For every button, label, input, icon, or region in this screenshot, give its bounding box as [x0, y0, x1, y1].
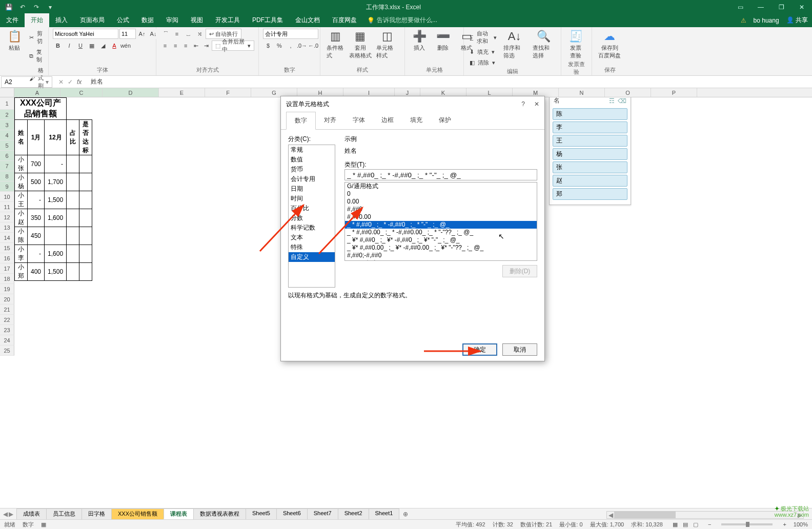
row-24[interactable]: 24	[0, 335, 14, 345]
ribbon-options-icon[interactable]: ▭	[730, 0, 750, 14]
table-cell[interactable]: 1,700	[45, 173, 67, 191]
menu-tab-金山文档[interactable]: 金山文档	[289, 13, 326, 27]
formula-bar[interactable]: 姓名	[87, 77, 812, 86]
sheet-tab[interactable]: Sheet1	[369, 508, 400, 519]
sheet-tab[interactable]: Sheet2	[338, 508, 369, 519]
col-C[interactable]: C	[60, 88, 103, 97]
dialog-tab-填充[interactable]: 填充	[402, 112, 431, 129]
slicer-multi-icon[interactable]: ☶	[609, 97, 615, 105]
sheet-tab[interactable]: XXX公司销售额	[111, 508, 164, 519]
format-list[interactable]: G/通用格式00.00#,##0#,##0.00_ * #,##0_ ;_ * …	[344, 182, 537, 261]
row-6[interactable]: 6	[0, 151, 14, 161]
table-cell[interactable]: 小陈	[15, 227, 28, 245]
table-cell[interactable]: 小王	[15, 191, 28, 209]
close-icon[interactable]: ✕	[791, 0, 812, 14]
table-cell[interactable]: -	[28, 191, 45, 209]
table-cell[interactable]: 1,600	[45, 209, 67, 227]
increase-font-icon[interactable]: A↑	[137, 29, 147, 39]
table-cell[interactable]: 500	[28, 173, 45, 191]
minimize-icon[interactable]: —	[750, 0, 771, 14]
row-18[interactable]: 18	[0, 274, 14, 284]
table-format[interactable]: ▦套用 表格格式	[349, 29, 371, 60]
format-item[interactable]: _ * #,##0_ ;_ * -#,##0_ ;_ * "-"_ ;_ @_	[345, 221, 537, 229]
sheet-tab[interactable]: Sheet5	[246, 508, 277, 519]
inc-decimal-icon[interactable]: .0→	[297, 40, 307, 51]
cut-button[interactable]: ✂ 剪切	[28, 29, 47, 46]
zoom-in-icon[interactable]: +	[783, 521, 786, 527]
view-buttons[interactable]: ▦▤▢	[670, 521, 701, 528]
menu-tab-公式[interactable]: 公式	[111, 13, 135, 27]
row-10[interactable]: 10	[0, 192, 14, 202]
table-cell[interactable]	[67, 263, 79, 281]
sheet-tab[interactable]: 田字格	[82, 508, 112, 519]
tell-me[interactable]: 💡 告诉我您想要做什么...	[363, 13, 441, 27]
slicer-item[interactable]: 李	[553, 121, 627, 133]
underline-icon[interactable]: U	[75, 40, 86, 51]
find-select[interactable]: 🔍查找和选择	[531, 29, 557, 60]
row-14[interactable]: 14	[0, 233, 14, 243]
category-item[interactable]: 会计专用	[289, 174, 335, 184]
clear[interactable]: ◧ 清除 ▾	[468, 58, 498, 68]
col-P[interactable]: P	[651, 88, 697, 97]
category-item[interactable]: 分数	[289, 213, 335, 223]
table-cell[interactable]: 1,500	[45, 191, 67, 209]
row-19[interactable]: 19	[0, 284, 14, 294]
type-input[interactable]	[344, 169, 537, 180]
col-F[interactable]: F	[205, 88, 251, 97]
row-12[interactable]: 12	[0, 212, 14, 222]
row-16[interactable]: 16	[0, 253, 14, 263]
slicer-item[interactable]: 张	[553, 161, 627, 173]
row-8[interactable]: 8	[0, 171, 14, 181]
zoom-out-icon[interactable]: −	[708, 521, 711, 527]
format-item[interactable]: 0	[345, 190, 537, 198]
table-cell[interactable]: 小赵	[15, 209, 28, 227]
category-item[interactable]: 货币	[289, 165, 335, 174]
table-cell[interactable]: 1,600	[45, 245, 67, 263]
fapiao-check[interactable]: 🧾发票 查验	[565, 29, 586, 60]
table-cell[interactable]: 350	[28, 209, 45, 227]
table-cell[interactable]	[67, 155, 79, 173]
number-format[interactable]	[263, 29, 318, 39]
table-cell[interactable]: 小张	[15, 155, 28, 173]
comma-icon[interactable]: ,	[286, 40, 296, 51]
category-item[interactable]: 时间	[289, 194, 335, 204]
slicer-item[interactable]: 赵	[553, 175, 627, 187]
font-color-icon[interactable]: A	[109, 40, 119, 51]
format-item[interactable]: #,##0	[345, 206, 537, 213]
slicer-item[interactable]: 陈	[553, 108, 627, 120]
table-cell[interactable]	[45, 227, 67, 245]
dec-decimal-icon[interactable]: ←.0	[308, 40, 318, 51]
fill[interactable]: ⬇ 填充 ▾	[468, 47, 498, 57]
new-sheet-icon[interactable]: ⊕	[399, 510, 412, 519]
table-cell[interactable]: -	[28, 245, 45, 263]
sheet-tab[interactable]: 员工信息	[46, 508, 82, 519]
format-item[interactable]: G/通用格式	[345, 182, 537, 190]
row-11[interactable]: 11	[0, 202, 14, 212]
col-A[interactable]: A	[14, 88, 60, 97]
cell-styles[interactable]: ◫单元格样式	[374, 29, 400, 60]
bold-icon[interactable]: B	[53, 40, 63, 51]
cancel-button[interactable]: 取消	[502, 343, 537, 356]
table-cell[interactable]	[79, 245, 92, 263]
fill-color-icon[interactable]: ◢	[98, 40, 108, 51]
table-cell[interactable]	[79, 173, 92, 191]
sheet-nav-prev-icon[interactable]: ◀	[3, 511, 8, 518]
row-1[interactable]: 1	[0, 97, 14, 110]
category-item[interactable]: 特殊	[289, 242, 335, 252]
menu-tab-插入[interactable]: 插入	[49, 13, 74, 27]
border-icon[interactable]: ▦	[87, 40, 97, 51]
dialog-tab-边框[interactable]: 边框	[373, 112, 402, 129]
sort-filter[interactable]: A↓排序和筛选	[501, 29, 527, 60]
align-right-icon[interactable]: ≡	[181, 40, 190, 51]
orientation-icon[interactable]: ⤭	[194, 29, 205, 39]
dialog-help-icon[interactable]: ?	[521, 100, 525, 108]
row-25[interactable]: 25	[0, 345, 14, 356]
font-name[interactable]	[53, 29, 118, 39]
col-E[interactable]: E	[159, 88, 205, 97]
font-size[interactable]	[119, 29, 136, 39]
align-center-icon[interactable]: ≡	[171, 40, 180, 51]
slicer-clear-icon[interactable]: ⌫	[618, 97, 626, 105]
menu-tab-数据[interactable]: 数据	[135, 13, 160, 27]
dialog-tab-对齐[interactable]: 对齐	[316, 112, 344, 129]
copy-button[interactable]: ⧉ 复制	[28, 47, 47, 65]
